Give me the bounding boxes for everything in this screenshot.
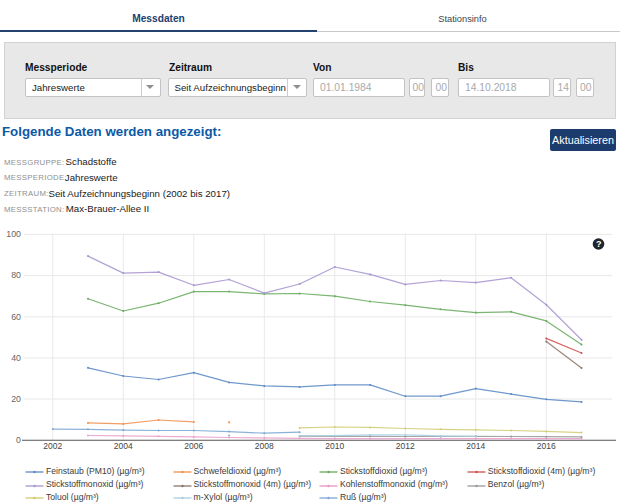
svg-text:40: 40 — [11, 353, 21, 363]
svg-text:2016: 2016 — [537, 441, 556, 451]
svg-text:2006: 2006 — [184, 441, 203, 451]
svg-text:0: 0 — [16, 435, 21, 445]
svg-text:2012: 2012 — [396, 441, 415, 451]
svg-text:?: ? — [596, 239, 602, 249]
svg-text:2010: 2010 — [325, 441, 344, 451]
svg-text:60: 60 — [11, 312, 21, 322]
svg-text:2004: 2004 — [114, 441, 133, 451]
svg-text:100: 100 — [6, 229, 21, 239]
svg-text:2002: 2002 — [43, 441, 62, 451]
svg-text:20: 20 — [11, 394, 21, 404]
svg-text:2014: 2014 — [466, 441, 485, 451]
svg-text:2008: 2008 — [255, 441, 274, 451]
svg-text:80: 80 — [11, 270, 21, 280]
